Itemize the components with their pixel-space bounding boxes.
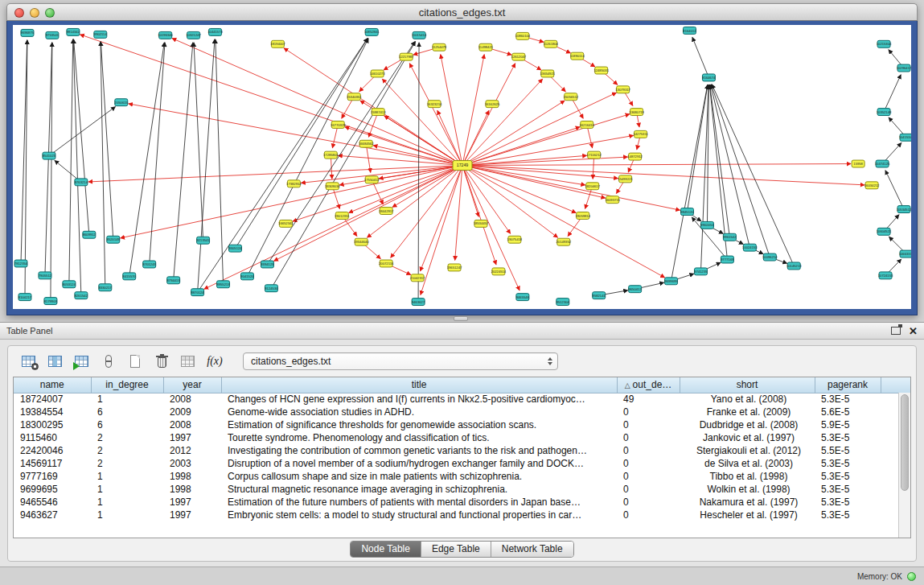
graph-node[interactable]: 21042317 — [410, 274, 425, 282]
cell-year[interactable]: 1997 — [163, 509, 221, 521]
graph-edge[interactable] — [247, 39, 368, 276]
tab-node-table[interactable]: Node Table — [351, 542, 421, 557]
cell-name[interactable]: 18300295 — [14, 418, 91, 431]
graph-edge[interactable] — [301, 166, 462, 183]
cell-title[interactable]: Corpus callosum shape and size in male p… — [221, 470, 617, 483]
graph-node[interactable]: 20149352 — [556, 238, 571, 245]
graph-node[interactable]: 9463627 — [412, 299, 425, 306]
cell-title[interactable]: Estimation of significance thresholds fo… — [221, 418, 617, 431]
graph-node[interactable]: 8415570 — [123, 273, 137, 280]
table-mode-icon[interactable] — [18, 351, 40, 372]
cell-out_degree[interactable]: 49 — [617, 393, 680, 406]
graph-node[interactable]: 20224514 — [491, 268, 507, 275]
graph-node[interactable]: 16770329 — [331, 121, 346, 128]
graph-node[interactable]: 9305124 — [228, 245, 242, 252]
graph-node[interactable]: 9465546 — [516, 294, 530, 301]
cell-out_degree[interactable]: 0 — [617, 496, 680, 509]
graph-edge[interactable] — [462, 55, 484, 166]
graph-node[interactable]: 12485031 — [593, 67, 609, 74]
cell-in_degree[interactable]: 1 — [91, 393, 163, 406]
cell-name[interactable]: 9463627 — [14, 509, 91, 521]
cell-out_degree[interactable]: 0 — [617, 509, 680, 521]
cell-title[interactable]: Investigating the contribution of common… — [221, 444, 617, 457]
cell-name[interactable]: 9777169 — [14, 470, 91, 483]
cell-in_degree[interactable]: 2 — [91, 431, 163, 444]
graph-node[interactable]: 9902451 — [700, 221, 714, 229]
graph-node[interactable]: 8164012 — [683, 27, 696, 34]
graph-edge[interactable] — [418, 43, 419, 302]
cell-short[interactable]: Hescheler et al. (1997) — [680, 509, 815, 521]
cell-pagerank[interactable]: 5.3E-5 — [815, 457, 881, 470]
table-scrollbar[interactable] — [898, 393, 910, 538]
cell-year[interactable]: 1997 — [163, 496, 221, 509]
cell-name[interactable]: 9465546 — [14, 496, 91, 509]
graph-node[interactable]: 13079317 — [615, 86, 630, 93]
graph-edge[interactable] — [150, 43, 165, 265]
cell-pagerank[interactable]: 5.5E-5 — [815, 444, 881, 457]
graph-node[interactable]: 10724153 — [878, 272, 893, 279]
graph-edge[interactable] — [884, 75, 901, 112]
graph-node[interactable]: 15987413 — [371, 109, 386, 116]
graph-node[interactable]: 9845120 — [680, 208, 694, 216]
cell-in_degree[interactable]: 1 — [91, 483, 163, 496]
column-header-in_degree[interactable]: in_degree — [91, 377, 163, 393]
cell-name[interactable]: 18724007 — [14, 393, 91, 406]
cell-out_degree[interactable]: 0 — [617, 406, 680, 418]
tab-network-table[interactable]: Network Table — [491, 542, 573, 557]
graph-node[interactable]: 15958 — [852, 160, 864, 167]
graph-edge[interactable] — [194, 43, 203, 241]
cell-title[interactable]: Genome-wide association studies in ADHD. — [221, 406, 617, 418]
graph-edge[interactable] — [462, 64, 515, 166]
graph-node[interactable]: 10604521 — [877, 228, 892, 235]
graph-edge[interactable] — [69, 39, 73, 284]
cell-title[interactable]: Disruption of a novel member of a sodium… — [221, 457, 617, 470]
graph-edge[interactable] — [271, 42, 415, 289]
memory-status-icon[interactable] — [907, 572, 916, 581]
graph-node[interactable]: 10145213 — [786, 262, 802, 270]
graph-node[interactable]: 9961542 — [723, 233, 737, 241]
graph-node[interactable]: 8701243 — [143, 261, 157, 268]
graph-edge[interactable] — [671, 84, 708, 281]
cell-name[interactable]: 14569117 — [14, 457, 91, 470]
graph-node[interactable]: 11015414 — [412, 31, 427, 39]
cell-pagerank[interactable]: 5.3E-5 — [815, 431, 881, 444]
graph-node[interactable]: 18194007 — [270, 40, 285, 47]
table-inactive-icon[interactable] — [177, 351, 199, 372]
graph-node[interactable]: 14872912 — [627, 153, 643, 160]
graph-edge[interactable] — [885, 171, 904, 209]
cell-name[interactable]: 9699695 — [14, 483, 91, 496]
cell-out_degree[interactable]: 0 — [617, 444, 680, 457]
close-panel-icon[interactable]: ✕ — [909, 326, 918, 336]
cell-short[interactable]: Nakamura et al. (1997) — [680, 496, 815, 509]
graph-node[interactable]: 9124530 — [265, 285, 278, 292]
table-row[interactable]: 1872400712008Changes of HCN gene express… — [14, 393, 911, 406]
graph-node[interactable]: 9741235 — [694, 268, 708, 275]
graph-node[interactable]: 13680719 — [629, 109, 644, 116]
table-row[interactable]: 1456911722003Disruption of a novel membe… — [14, 457, 911, 470]
graph-node[interactable]: 9394125 — [261, 261, 274, 268]
graph-node[interactable]: 9512304 — [556, 299, 570, 306]
table-row[interactable]: 977716911998Corpus callosum shape and si… — [14, 470, 911, 483]
cell-short[interactable]: Tibbo et al. (1998) — [680, 470, 815, 483]
cell-out_degree[interactable]: 0 — [617, 470, 680, 483]
cell-year[interactable]: 2008 — [163, 418, 221, 431]
column-display-icon[interactable] — [44, 351, 67, 372]
cell-out_degree[interactable]: 0 — [617, 483, 680, 496]
cell-short[interactable]: Franke et al. (2009) — [680, 406, 815, 418]
graph-node[interactable]: 8104217 — [18, 294, 32, 301]
graph-node[interactable]: 16652341 — [278, 220, 294, 227]
graph-node[interactable]: 10352148 — [877, 109, 892, 116]
cell-in_degree[interactable]: 6 — [91, 406, 163, 418]
graph-node[interactable]: 8164674 — [702, 74, 716, 81]
cell-title[interactable]: Structural magnetic resonance image aver… — [221, 483, 617, 496]
graph-node[interactable]: 8261542 — [75, 292, 88, 299]
graph-node[interactable]: 17550412 — [364, 176, 380, 183]
cell-pagerank[interactable]: 5.3E-5 — [815, 470, 881, 483]
graph-edge[interactable] — [421, 166, 462, 295]
graph-node[interactable]: 16034212 — [864, 182, 880, 189]
graph-node[interactable]: 16216410 — [579, 121, 594, 128]
graph-node[interactable]: 8541023 — [43, 152, 56, 159]
cell-year[interactable]: 2003 — [163, 457, 221, 470]
graph-node[interactable]: 16162625 — [485, 101, 500, 108]
graph-edge[interactable] — [462, 166, 665, 278]
